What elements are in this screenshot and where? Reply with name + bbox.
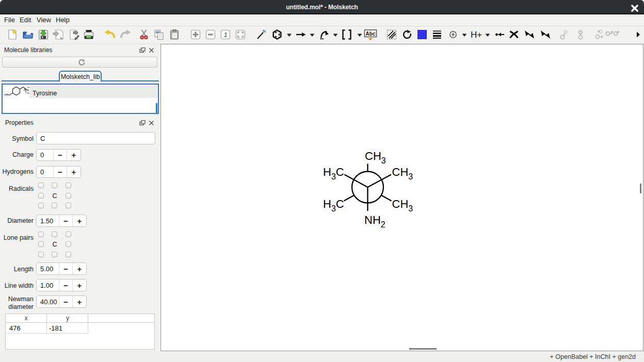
svg-text:HO: HO (4, 94, 8, 96)
svg-text:N: N (263, 29, 266, 34)
svg-text:NH2: NH2 (364, 213, 385, 229)
svg-text:1: 1 (224, 31, 228, 39)
svg-text:H+: H+ (471, 30, 482, 40)
svg-text:Abc: Abc (366, 31, 376, 37)
svg-text:CH3: CH3 (392, 198, 413, 213)
svg-text:OH: OH (27, 86, 29, 89)
svg-text:H3C: H3C (323, 166, 344, 182)
svg-text:H3C: H3C (323, 198, 344, 213)
svg-text:NH: NH (27, 92, 30, 94)
svg-text:CH3: CH3 (392, 166, 413, 182)
svg-text:CH3: CH3 (365, 150, 386, 166)
